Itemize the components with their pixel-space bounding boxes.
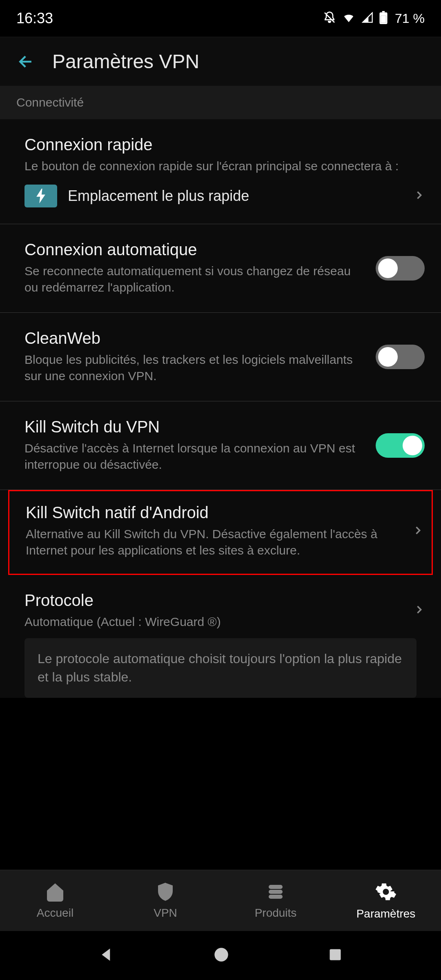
auto-connect-toggle[interactable] [376, 256, 425, 281]
killswitch-title: Kill Switch du VPN [24, 418, 363, 436]
nav-settings-label: Paramètres [356, 907, 416, 920]
nav-vpn[interactable]: VPN [110, 870, 220, 931]
auto-connect-desc: Se reconnecte automatiquement si vous ch… [24, 263, 363, 296]
quick-connect-item[interactable]: Connexion rapide Le bouton de connexion … [0, 119, 441, 224]
protocol-desc: Automatique (Actuel : WireGuard ®) [24, 614, 401, 630]
protocol-item[interactable]: Protocole Automatique (Actuel : WireGuar… [0, 575, 441, 639]
nav-vpn-label: VPN [154, 906, 177, 920]
quick-connect-option-row[interactable]: Emplacement le plus rapide [24, 175, 425, 207]
cleanweb-toggle[interactable] [376, 345, 425, 369]
nav-home[interactable]: Accueil [0, 870, 110, 931]
section-connectivity: Connectivité [0, 86, 441, 119]
home-icon [45, 882, 65, 903]
killswitch-item: Kill Switch du VPN Désactive l'accès à I… [0, 401, 441, 490]
svg-point-8 [214, 948, 228, 961]
chevron-right-icon [413, 604, 425, 617]
system-nav [0, 931, 441, 980]
battery-icon [379, 11, 388, 26]
auto-connect-title: Connexion automatique [24, 241, 363, 259]
protocol-title: Protocole [24, 591, 401, 610]
page-title: Paramètres VPN [52, 50, 199, 73]
status-time: 16:33 [16, 10, 53, 27]
svg-rect-1 [382, 11, 385, 12]
wifi-icon [342, 12, 356, 25]
sys-home-icon[interactable] [213, 947, 229, 964]
settings-list: Connexion rapide Le bouton de connexion … [0, 119, 441, 698]
signal-icon [361, 12, 374, 25]
nav-home-label: Accueil [37, 906, 74, 920]
quick-connect-title: Connexion rapide [24, 136, 425, 154]
svg-rect-6 [269, 890, 282, 893]
shield-icon [156, 882, 175, 903]
svg-rect-5 [269, 885, 282, 889]
chevron-right-icon [412, 525, 423, 538]
native-killswitch-item[interactable]: Kill Switch natif d'Android Alternative … [9, 491, 432, 571]
killswitch-desc: Désactive l'accès à Internet lorsque la … [24, 440, 363, 473]
gear-icon [375, 881, 396, 904]
status-bar: 16:33 71 % [0, 0, 441, 37]
svg-point-4 [164, 890, 167, 892]
chevron-right-icon [413, 189, 425, 203]
quick-connect-desc: Le bouton de connexion rapide sur l'écra… [24, 158, 425, 175]
nav-products-label: Produits [255, 906, 297, 920]
cleanweb-item: CleanWeb Bloque les publicités, les trac… [0, 313, 441, 401]
sys-back-icon[interactable] [98, 947, 115, 964]
sys-recent-icon[interactable] [328, 947, 343, 964]
bottom-nav: Accueil VPN Produits Paramètres [0, 870, 441, 931]
svg-rect-9 [330, 949, 341, 960]
nav-settings[interactable]: Paramètres [331, 870, 441, 931]
nav-products[interactable]: Produits [220, 870, 331, 931]
quick-connect-option: Emplacement le plus rapide [68, 187, 413, 205]
protocol-hint: Le protocole automatique choisit toujour… [24, 638, 416, 698]
products-icon [266, 882, 285, 903]
auto-connect-item: Connexion automatique Se reconnecte auto… [0, 224, 441, 313]
battery-percent: 71 % [395, 11, 425, 26]
native-killswitch-desc: Alternative au Kill Switch du VPN. Désac… [26, 526, 400, 559]
bolt-icon [24, 185, 57, 207]
native-killswitch-title: Kill Switch natif d'Android [26, 503, 400, 522]
svg-rect-3 [381, 16, 386, 23]
cleanweb-desc: Bloque les publicités, les trackers et l… [24, 352, 363, 385]
notification-silent-icon [323, 11, 336, 26]
status-icons: 71 % [323, 11, 425, 26]
killswitch-toggle[interactable] [376, 433, 425, 458]
svg-rect-7 [269, 895, 282, 898]
cleanweb-title: CleanWeb [24, 329, 363, 347]
app-header: Paramètres VPN [0, 37, 441, 86]
back-button[interactable] [16, 52, 36, 71]
highlight-annotation: Kill Switch natif d'Android Alternative … [8, 490, 433, 575]
